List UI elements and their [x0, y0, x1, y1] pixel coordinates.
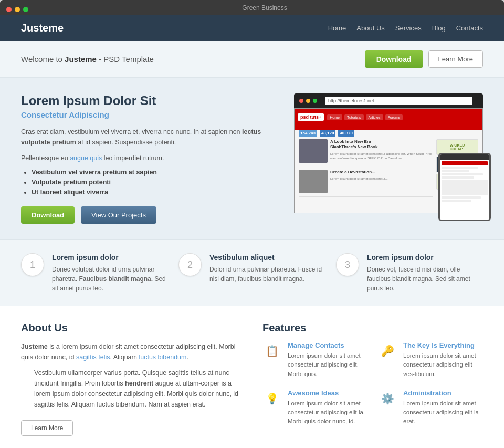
key-icon: 🔑	[378, 341, 397, 360]
step-title-3: Lorem ipsum dolor	[367, 253, 483, 262]
step-item-1: 1 Lorem ipsum dolor Donec volutpat dolor…	[21, 253, 168, 293]
browser-dot-red[interactable]	[6, 7, 12, 12]
step-number-3: 3	[336, 253, 359, 276]
mockup-stat-3: 40,370	[338, 130, 354, 137]
hero-buttons: Download Learn More	[365, 50, 483, 68]
mockup-tablet	[438, 153, 491, 221]
hero-text: Welcome to Justeme - PSD Template	[21, 55, 154, 64]
main-list: Vestibulum vel viverra pretium at sapien…	[32, 169, 278, 196]
step-title-1: Lorem ipsum dolor	[52, 253, 168, 262]
mockup-article-title: A Look Into New Era –SlashThree's New Bo…	[330, 139, 433, 150]
feature-content-4: Administration Lorem ipsum dolor sit ame…	[403, 389, 483, 426]
sagittis-link[interactable]: sagittis felis	[76, 353, 110, 361]
step-content-2: Vestibulum aliquet Dolor id urna pulvina…	[209, 253, 326, 284]
browser-chrome: Green Business	[0, 0, 504, 15]
hero-section: Welcome to Justeme - PSD Template Downlo…	[0, 41, 504, 78]
feature-title-1: Manage Contacts	[288, 341, 368, 349]
hero-learn-more-button[interactable]: Learn More	[428, 50, 483, 68]
feature-content-1: Manage Contacts Lorem ipsum dolor sit am…	[288, 341, 368, 379]
step-text-1: Donec volutpat dolor id urna pulvinar ph…	[52, 265, 168, 293]
mockup-article-body-2: Lorem ipsum dolor sit amet consectetur..…	[330, 176, 433, 181]
step-content-3: Lorem ipsum dolor Donec vol, fusce id ni…	[367, 253, 483, 293]
mockup-article-1: A Look Into New Era –SlashThree's New Bo…	[299, 139, 433, 166]
nav-link-home[interactable]: Home	[328, 24, 346, 32]
mockup-container: http://themefores1.net psd tuts+ Home Tu…	[294, 93, 483, 213]
main-para2: Pellentesque eu augue quis leo imperdiet…	[21, 153, 278, 163]
main-heading: Lorem Ipsum Dolor Sit	[21, 93, 278, 108]
step-item-3: 3 Lorem ipsum dolor Donec vol, fusce id …	[336, 253, 483, 293]
feature-text-3: Lorem ipsum dolor sit amet consectetur a…	[288, 399, 368, 426]
mockup-article-text: A Look Into New Era –SlashThree's New Bo…	[330, 139, 433, 163]
step-number-2: 2	[178, 253, 202, 276]
about-heading: About Us	[21, 322, 242, 334]
mkdot-yellow	[306, 99, 310, 103]
feature-title-4: Administration	[403, 389, 483, 397]
mockup-article-title-2: Create a Devastation...	[330, 170, 433, 175]
tablet-header	[440, 154, 489, 160]
mockup-article-body: Lorem ipsum dolor sit amet consectetur a…	[330, 152, 433, 161]
bulb-icon: 💡	[262, 389, 281, 408]
mockup-url-bar: http://themefores1.net	[325, 97, 472, 105]
browser-dot-green[interactable]	[23, 7, 28, 12]
list-item-1: Vestibulum vel viverra pretium at sapien	[32, 169, 278, 176]
mockup-main-col: A Look Into New Era –SlashThree's New Bo…	[299, 139, 433, 213]
nav-link-blog[interactable]: Blog	[432, 24, 446, 32]
list-item-2: Vulputate pretium potenti	[32, 179, 278, 186]
steps-section: 1 Lorem ipsum dolor Donec volutpat dolor…	[0, 239, 504, 306]
augue-quis-link[interactable]: augue quis	[70, 154, 102, 162]
about-para1: Justeme is a lorem ipsum dolor sit amet …	[21, 341, 242, 362]
mockup-nav-2: Tutorials	[344, 114, 364, 120]
luctus-link[interactable]: luctus bibendum	[139, 353, 186, 361]
gear-icon: ⚙️	[378, 389, 397, 408]
feature-content-2: The Key Is Everything Lorem ipsum dolor …	[403, 341, 483, 379]
hero-suffix: - PSD Template	[97, 55, 154, 64]
main-content: Lorem Ipsum Dolor Sit Consectetur Adipis…	[0, 78, 504, 239]
feature-text-1: Lorem ipsum dolor sit amet consectetur a…	[288, 351, 368, 379]
tablet-content	[442, 161, 488, 202]
feature-title-3: Awesome Ideas	[288, 389, 368, 397]
main-left: Lorem Ipsum Dolor Sit Consectetur Adipis…	[21, 93, 278, 224]
features-heading: Features	[262, 322, 483, 334]
mkdot-green	[313, 99, 317, 103]
feature-text-4: Lorem ipsum dolor sit amet consectetur a…	[403, 399, 483, 426]
mockup-browser-bar: http://themefores1.net	[294, 93, 483, 108]
nav-link-about[interactable]: About Us	[356, 24, 384, 32]
nav-links: Home About Us Services Blog Contacts	[328, 24, 483, 32]
feature-item-4: ⚙️ Administration Lorem ipsum dolor sit …	[378, 389, 483, 426]
browser-dot-yellow[interactable]	[15, 7, 20, 12]
nav-bar: Justeme Home About Us Services Blog Cont…	[0, 15, 504, 41]
step-number-1: 1	[21, 253, 44, 276]
main-para1: Cras erat diam, vestibulum vel viverra e…	[21, 127, 278, 148]
nav-link-services[interactable]: Services	[395, 24, 422, 32]
step-item-2: 2 Vestibulum aliquet Dolor id urna pulvi…	[178, 253, 326, 293]
mockup-article-text-2: Create a Devastation... Lorem ipsum dolo…	[330, 170, 433, 193]
view-projects-button[interactable]: View Our Projects	[81, 206, 156, 224]
feature-text-2: Lorem ipsum dolor sit amet consectetur a…	[403, 351, 483, 379]
nav-logo: Justeme	[21, 22, 64, 34]
hero-welcome-prefix: Welcome to	[21, 55, 65, 64]
main-subtitle: Consectetur Adipiscing	[21, 110, 278, 119]
list-item-3: Ut laoreet aliquet viverra	[32, 189, 278, 196]
mockup-nav: Home Tutorials Articles Forums	[327, 114, 403, 120]
feature-item-2: 🔑 The Key Is Everything Lorem ipsum dolo…	[378, 341, 483, 379]
website-wrapper: Justeme Home About Us Services Blog Cont…	[0, 15, 504, 448]
browser-title: Green Business	[32, 4, 498, 15]
about-para2: Vestibulum ullamcorper varius porta. Qui…	[34, 368, 242, 410]
hero-brand: Justeme	[65, 55, 97, 64]
hero-download-button[interactable]: Download	[365, 50, 423, 68]
mockup-logo: psd tuts+	[298, 113, 324, 121]
feature-title-2: The Key Is Everything	[403, 341, 483, 349]
manage-contacts-icon: 📋	[262, 341, 281, 360]
about-learn-more-button[interactable]: Learn More	[21, 420, 73, 436]
step-content-1: Lorem ipsum dolor Donec volutpat dolor i…	[52, 253, 168, 293]
feature-item-1: 📋 Manage Contacts Lorem ipsum dolor sit …	[262, 341, 368, 379]
mockup-nav-4: Forums	[385, 114, 403, 120]
mockup-article-img	[299, 139, 328, 163]
main-left-buttons: Download View Our Projects	[21, 206, 278, 224]
nav-link-contacts[interactable]: Contacts	[456, 24, 483, 32]
features-col: Features 📋 Manage Contacts Lorem ipsum d…	[262, 322, 483, 436]
features-grid: 📋 Manage Contacts Lorem ipsum dolor sit …	[262, 341, 483, 426]
feature-item-3: 💡 Awesome Ideas Lorem ipsum dolor sit am…	[262, 389, 368, 426]
main-download-button[interactable]: Download	[21, 206, 75, 224]
main-right: http://themefores1.net psd tuts+ Home Tu…	[294, 93, 483, 213]
